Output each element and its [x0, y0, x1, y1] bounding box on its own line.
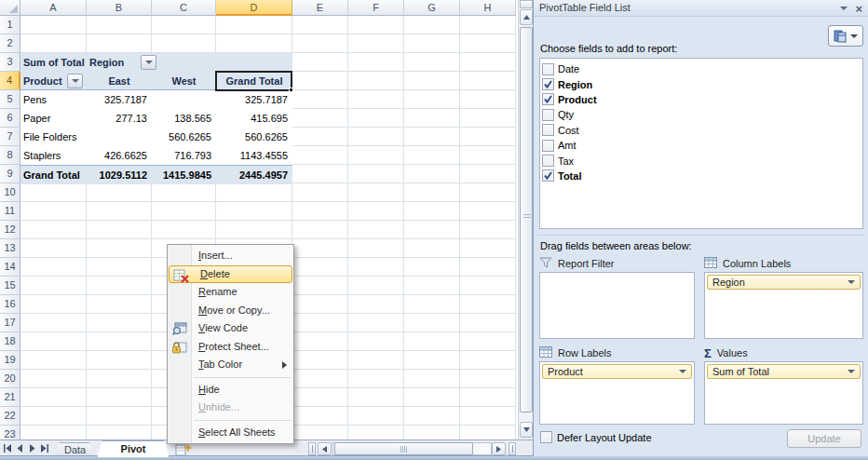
pivot-cell[interactable]: 277.13 [87, 109, 147, 128]
row-header-20[interactable]: 20 [0, 370, 20, 388]
field-checkbox-amt[interactable] [542, 140, 554, 152]
fill-handle[interactable] [289, 88, 293, 92]
pivot-cell[interactable]: 560.6265 [152, 128, 211, 146]
area-box-values[interactable]: Sum of Total [704, 361, 863, 425]
defer-layout-checkbox[interactable] [540, 431, 552, 443]
scroll-up-button[interactable] [520, 9, 533, 25]
pivot-cell[interactable]: Pens [23, 90, 47, 109]
vertical-scrollbar[interactable] [518, 0, 533, 440]
area-box-column-labels[interactable]: Region [704, 272, 863, 339]
pivot-cell[interactable]: Region [89, 53, 124, 72]
menu-item-hide[interactable]: Hide [168, 381, 293, 399]
row-header-7[interactable]: 7 [0, 128, 20, 146]
menu-item-insert---[interactable]: Insert... [168, 247, 293, 265]
field-checkbox-product[interactable] [542, 93, 554, 105]
vertical-scroll-thumb[interactable] [520, 27, 533, 413]
update-button[interactable]: Update [787, 429, 861, 448]
horizontal-scroll-thumb[interactable] [334, 442, 473, 455]
sheet-nav-next-button[interactable] [26, 442, 38, 454]
field-pill-region[interactable]: Region [707, 275, 861, 290]
col-header-B[interactable]: B [87, 0, 152, 16]
scroll-left-button[interactable] [318, 442, 332, 455]
row-header-2[interactable]: 2 [0, 34, 20, 53]
area-box-report-filter[interactable] [539, 272, 695, 339]
field-checkbox-cost[interactable] [542, 124, 554, 136]
sheet-tab-pivot-table[interactable]: Pivot Table [97, 440, 170, 457]
row-header-8[interactable]: 8 [0, 146, 20, 165]
sheet-nav-prev-button[interactable] [14, 442, 26, 454]
pivot-cell[interactable]: 1143.4555 [216, 146, 288, 165]
field-checkbox-tax[interactable] [542, 155, 554, 167]
insert-worksheet-icon[interactable] [175, 443, 194, 456]
pivot-cell[interactable]: 415.695 [216, 109, 288, 128]
field-pill-product[interactable]: Product [542, 364, 692, 379]
row-header-21[interactable]: 21 [0, 388, 20, 407]
row-header-15[interactable]: 15 [0, 277, 20, 295]
sheet-nav-first-button[interactable] [2, 442, 14, 454]
panel-close-icon[interactable]: × [855, 3, 862, 15]
pivot-cell[interactable]: Sum of Total [23, 53, 85, 72]
field-checkbox-qty[interactable] [542, 109, 554, 121]
menu-item-tab-color[interactable]: Tab Color [168, 356, 293, 374]
menu-item-select-all-sheets[interactable]: Select All Sheets [168, 424, 293, 442]
field-pill-sum-of-total[interactable]: Sum of Total [707, 364, 861, 379]
tab-split-handle-left[interactable] [308, 442, 316, 455]
pivot-cell[interactable]: 560.6265 [216, 128, 288, 146]
pivot-cell[interactable]: 716.793 [152, 146, 211, 165]
field-checkbox-region[interactable] [542, 78, 554, 90]
row-header-9[interactable]: 9 [0, 165, 20, 183]
col-header-C[interactable]: C [152, 0, 216, 16]
vertical-split-handle[interactable] [520, 0, 533, 8]
pivot-cell[interactable]: 2445.4957 [216, 166, 288, 184]
scroll-down-button[interactable] [520, 422, 533, 438]
pivot-cell[interactable]: East [87, 72, 152, 90]
pivot-cell[interactable]: 325.7187 [87, 90, 147, 109]
row-header-18[interactable]: 18 [0, 332, 20, 351]
col-header-H[interactable]: H [460, 0, 516, 16]
row-header-19[interactable]: 19 [0, 351, 20, 370]
pivot-cell[interactable]: 426.6625 [87, 146, 147, 165]
pivot-cell[interactable]: File Folders [23, 128, 76, 146]
row-header-10[interactable]: 10 [0, 183, 20, 202]
pivot-cell[interactable]: Staplers [23, 146, 61, 165]
row-header-14[interactable]: 14 [0, 258, 20, 277]
pivot-cell[interactable]: 325.7187 [216, 90, 288, 109]
col-header-G[interactable]: G [404, 0, 460, 16]
row-header-6[interactable]: 6 [0, 109, 20, 128]
pivot-cell[interactable]: 1415.9845 [152, 166, 211, 184]
panel-title-bar[interactable]: PivotTable Field List × [534, 0, 868, 17]
product-filter-dropdown[interactable] [67, 74, 83, 88]
col-header-D[interactable]: D [216, 0, 292, 16]
pivot-cell[interactable]: 1029.5112 [87, 166, 147, 184]
sheet-nav-last-button[interactable] [38, 442, 50, 454]
col-header-F[interactable]: F [348, 0, 404, 16]
menu-item-delete[interactable]: Delete [169, 265, 292, 284]
pivot-cell[interactable]: West [152, 72, 216, 90]
row-header-4[interactable]: 4 [0, 72, 20, 90]
tab-split-handle-right[interactable] [509, 442, 516, 455]
pivot-cell[interactable]: Paper [23, 109, 50, 128]
row-header-11[interactable]: 11 [0, 202, 20, 221]
col-header-A[interactable]: A [20, 0, 87, 16]
scroll-right-button[interactable] [492, 442, 506, 455]
field-checkbox-date[interactable] [542, 63, 554, 75]
menu-item-unhide---[interactable]: Unhide... [168, 399, 293, 417]
row-header-16[interactable]: 16 [0, 295, 20, 314]
pivot-cell[interactable]: Product [23, 72, 62, 90]
menu-item-view-code[interactable]: View Code [168, 319, 293, 338]
row-header-17[interactable]: 17 [0, 314, 20, 332]
row-header-3[interactable]: 3 [0, 53, 20, 72]
row-header-5[interactable]: 5 [0, 90, 20, 109]
area-box-row-labels[interactable]: Product [539, 361, 695, 425]
row-header-1[interactable]: 1 [0, 16, 20, 34]
row-header-23[interactable]: 23 [0, 426, 20, 440]
menu-item-rename[interactable]: Rename [168, 283, 293, 302]
row-header-12[interactable]: 12 [0, 221, 20, 239]
row-header-13[interactable]: 13 [0, 239, 20, 258]
field-list-view-button[interactable] [828, 25, 863, 47]
pivot-cell[interactable]: Grand Total [23, 166, 80, 184]
field-checkbox-total[interactable] [542, 169, 554, 182]
select-all-corner[interactable] [0, 0, 20, 16]
col-header-E[interactable]: E [292, 0, 348, 16]
menu-item-move-or-copy---[interactable]: Move or Copy... [168, 302, 293, 320]
